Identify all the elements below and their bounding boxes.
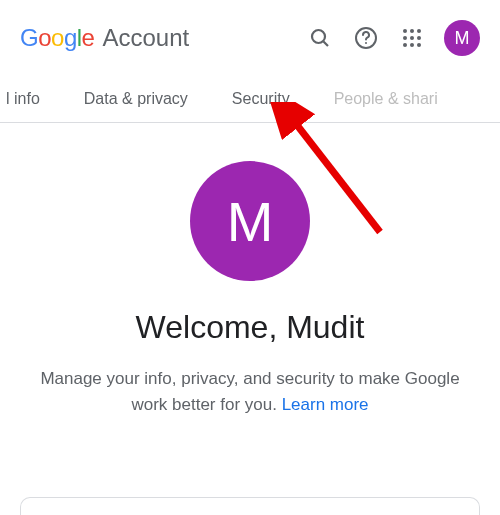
welcome-heading: Welcome, Mudit — [136, 309, 365, 346]
svg-point-6 — [417, 29, 421, 33]
search-icon[interactable] — [300, 18, 340, 58]
apps-icon[interactable] — [392, 18, 432, 58]
tabs: l info Data & privacy Security People & … — [0, 76, 500, 123]
account-label: Account — [102, 24, 189, 52]
header: Google Account M — [0, 0, 500, 76]
card-top-edge — [20, 497, 480, 515]
svg-point-10 — [403, 43, 407, 47]
svg-point-5 — [410, 29, 414, 33]
subtitle: Manage your info, privacy, and security … — [30, 366, 470, 417]
subtitle-text: Manage your info, privacy, and security … — [40, 369, 459, 414]
svg-line-1 — [324, 42, 329, 47]
svg-point-9 — [417, 36, 421, 40]
tab-security[interactable]: Security — [210, 76, 312, 122]
svg-point-11 — [410, 43, 414, 47]
help-icon[interactable] — [346, 18, 386, 58]
tab-info[interactable]: l info — [0, 76, 62, 122]
svg-point-8 — [410, 36, 414, 40]
svg-point-4 — [403, 29, 407, 33]
tab-data-privacy[interactable]: Data & privacy — [62, 76, 210, 122]
avatar-large: M — [190, 161, 310, 281]
svg-point-0 — [312, 30, 325, 43]
svg-point-7 — [403, 36, 407, 40]
avatar-small[interactable]: M — [444, 20, 480, 56]
svg-point-12 — [417, 43, 421, 47]
learn-more-link[interactable]: Learn more — [282, 395, 369, 414]
google-logo: Google — [20, 24, 94, 52]
main-content: M Welcome, Mudit Manage your info, priva… — [0, 123, 500, 437]
tab-people-sharing[interactable]: People & shari — [312, 76, 438, 122]
svg-point-3 — [365, 42, 367, 44]
